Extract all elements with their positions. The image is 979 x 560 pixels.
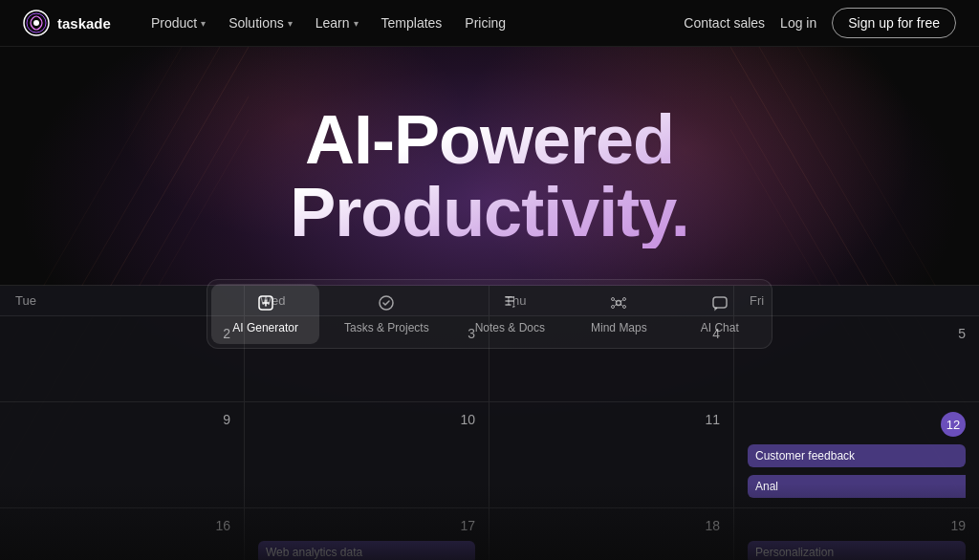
cal-cell-thu-11: 11 xyxy=(490,402,734,508)
tasks-icon xyxy=(377,293,396,315)
cal-cell-tue-9: 9 xyxy=(0,402,245,508)
tab-notes-docs[interactable]: Notes & Docs xyxy=(454,284,566,344)
date-10: 10 xyxy=(258,412,475,427)
nav-templates[interactable]: Templates xyxy=(372,10,452,36)
cal-cell-thu-18: 18 xyxy=(490,508,734,560)
svg-rect-24 xyxy=(713,297,727,308)
event-personalization[interactable]: Personalization xyxy=(748,541,966,560)
date-11: 11 xyxy=(503,412,720,427)
feature-tabs: AI Generator Tasks & Projects Notes & Do… xyxy=(207,279,772,349)
svg-point-17 xyxy=(623,298,626,301)
tab-mind-maps[interactable]: Mind Maps xyxy=(570,284,668,344)
chevron-down-icon: ▾ xyxy=(354,18,359,29)
date-17: 17 xyxy=(258,518,475,533)
chevron-down-icon: ▾ xyxy=(288,18,293,29)
event-customer-feedback[interactable]: Customer feedback xyxy=(748,444,966,467)
nav-right: Contact sales Log in Sign up for free xyxy=(684,8,956,38)
nav-links: Product ▾ Solutions ▾ Learn ▾ Templates … xyxy=(141,10,684,36)
cal-cell-fri-19: 19 Personalization Purc xyxy=(734,508,979,560)
cal-cell-tue-16: 16 xyxy=(0,508,245,560)
chevron-down-icon: ▾ xyxy=(201,18,206,29)
svg-point-19 xyxy=(623,306,626,309)
svg-line-20 xyxy=(615,300,618,302)
nav-solutions[interactable]: Solutions ▾ xyxy=(219,10,302,36)
date-16: 16 xyxy=(13,518,230,533)
event-web-analytics[interactable]: Web analytics data xyxy=(258,541,475,560)
contact-sales-link[interactable]: Contact sales xyxy=(684,15,765,31)
tab-ai-generator[interactable]: AI Generator xyxy=(211,284,319,344)
date-9: 9 xyxy=(13,412,230,427)
tab-tasks-projects[interactable]: Tasks & Projects xyxy=(323,284,450,344)
ai-chat-icon xyxy=(710,293,729,315)
hero-section: AI-Powered Productivity. AI Generator Ta… xyxy=(0,47,979,349)
nav-learn[interactable]: Learn ▾ xyxy=(306,10,368,36)
svg-line-21 xyxy=(620,300,623,302)
cal-cell-wed-10: 10 xyxy=(245,402,490,508)
date-18: 18 xyxy=(503,518,720,533)
hero-headline: AI-Powered Productivity. xyxy=(290,104,689,248)
svg-point-2 xyxy=(33,20,39,26)
cal-cell-wed-17: 17 Web analytics data xyxy=(245,508,490,560)
calendar-row-2: 9 10 11 12 Customer feedback Anal xyxy=(0,402,979,508)
tab-ai-chat[interactable]: AI Chat xyxy=(672,284,768,344)
svg-point-16 xyxy=(612,298,615,301)
date-12: 12 xyxy=(941,412,966,437)
signup-button[interactable]: Sign up for free xyxy=(832,8,956,38)
notes-icon xyxy=(500,293,519,315)
svg-line-23 xyxy=(620,305,623,307)
nav-product[interactable]: Product ▾ xyxy=(141,10,215,36)
brand-logo[interactable]: taskade xyxy=(23,10,111,36)
svg-point-18 xyxy=(612,306,615,309)
ai-generator-icon xyxy=(256,293,275,315)
nav-pricing[interactable]: Pricing xyxy=(455,10,515,36)
navbar: taskade Product ▾ Solutions ▾ Learn ▾ Te… xyxy=(0,0,979,47)
event-anal-partial: Anal xyxy=(748,475,966,498)
mind-maps-icon xyxy=(609,293,628,315)
svg-line-22 xyxy=(615,305,618,307)
svg-point-15 xyxy=(617,301,621,306)
brand-name: taskade xyxy=(57,15,111,32)
date-19: 19 xyxy=(748,518,966,533)
login-link[interactable]: Log in xyxy=(780,15,816,31)
cal-cell-fri-12: 12 Customer feedback Anal xyxy=(734,402,979,508)
calendar-row-3: 16 17 Web analytics data 18 19 Personali… xyxy=(0,508,979,560)
